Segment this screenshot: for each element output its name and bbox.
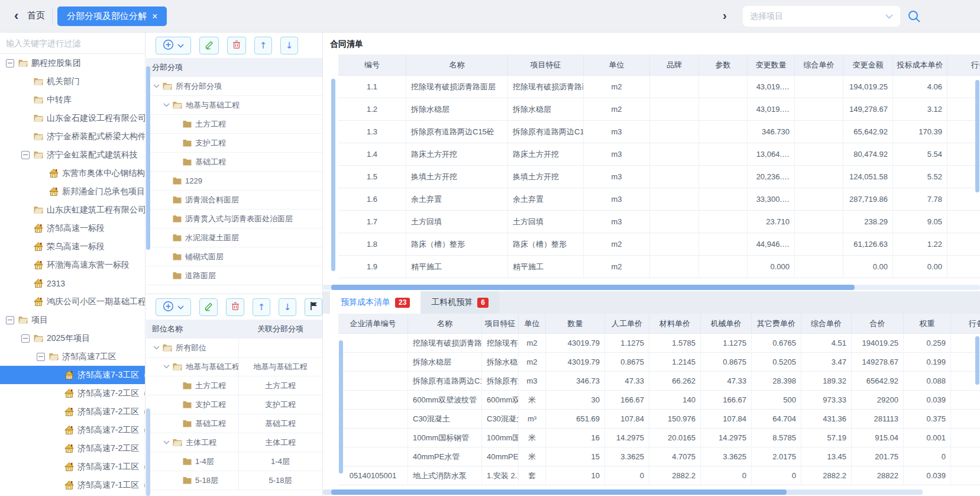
parts-table-row[interactable]: 支护工程支护工程 [146, 395, 322, 414]
column-header[interactable]: 行备注 [951, 314, 980, 334]
table-row[interactable]: 1.3拆除原有道路两边C15砼拆除原有道路两边C15砼m3346.73065,6… [338, 121, 980, 143]
parts-table-row[interactable]: 5-18层5-18层 [146, 471, 322, 490]
sidebar-tree-item[interactable]: 济宁金虹装配式建筑科技 [0, 146, 145, 164]
contract-left-scrollbar-thumb[interactable] [331, 79, 335, 271]
sidebar-tree-item[interactable]: 荣乌高速一标段 [0, 237, 145, 256]
sidebar-tree-item[interactable]: 新邦涌金门总承包项目 [0, 182, 145, 201]
contract-right-scrollbar-thumb[interactable] [975, 80, 979, 192]
add-button[interactable] [156, 298, 191, 316]
table-row[interactable]: 挖除现有破损沥青路面层挖除现有破损沥青路面层m243019.791.12751.… [338, 334, 980, 353]
move-up-button[interactable]: ↑ [254, 37, 272, 54]
sidebar-tree-item[interactable]: 环渤海高速东营一标段 [0, 256, 145, 274]
parts-scrollbar-thumb[interactable] [146, 408, 150, 496]
flag-button[interactable] [305, 298, 322, 316]
column-header[interactable]: 行备注 [947, 54, 980, 76]
sidebar-tree-item[interactable]: 东营市奥体中心钢结构 [0, 164, 145, 182]
table-row[interactable]: 600mm双壁波纹管600mm双壁波纹管米30166.67140166.6750… [338, 391, 980, 410]
sidebar-tree-item[interactable]: 山东庆虹建筑工程有限公司 [0, 201, 145, 219]
collapse-expander-icon[interactable] [21, 151, 30, 159]
parts-table-row[interactable]: 主体工程主体工程 [146, 433, 322, 452]
sidebar-tree-item[interactable]: 济邹高速7-1工区（ [0, 458, 145, 476]
sidebar-tree-item[interactable]: 鸿庆公司小区一期基础工程 [0, 292, 145, 311]
sidebar-tree-item[interactable]: 山东金石建设工程有限公司 [0, 109, 145, 127]
search-icon[interactable] [907, 9, 921, 25]
budget-hscroll-thumb[interactable] [331, 489, 787, 495]
column-header[interactable]: 名称 [408, 314, 482, 334]
contract-hscroll-thumb[interactable] [331, 285, 855, 290]
sidebar-tree-item[interactable]: 济邹高速7-2工区（ [0, 402, 145, 421]
collapse-expander-icon[interactable] [21, 334, 30, 343]
table-row[interactable]: 1.8路床（槽）整形路床（槽）整形m244,946.…61,126.631.22 [338, 233, 980, 256]
project-select[interactable]: 选择项目 [743, 6, 900, 27]
tab-budget-cost-list[interactable]: 预算成本清单23 [330, 291, 421, 314]
column-header[interactable]: 名称 [406, 54, 508, 76]
parts-table-row[interactable]: 土方工程土方工程 [146, 376, 322, 395]
chevron-down-icon[interactable] [163, 440, 170, 445]
tab-home[interactable]: 首页 [27, 10, 45, 21]
column-header[interactable]: 编号 [338, 54, 406, 76]
division-tree-item[interactable]: 沥青混合料面层 [146, 191, 322, 210]
chevron-down-icon[interactable] [153, 84, 160, 88]
delete-button[interactable] [226, 298, 244, 316]
division-tree-item[interactable]: 土方工程 [146, 115, 322, 134]
back-icon[interactable]: ‹ [14, 8, 18, 24]
table-row[interactable]: 1.1挖除现有破损沥青路面层挖除现有破损沥青路面层m243,019.…194,0… [338, 76, 980, 98]
sidebar-tree-item[interactable]: 济邹高速一标段 [0, 219, 145, 237]
delete-button[interactable] [227, 37, 246, 54]
table-row[interactable]: 1.2拆除水稳层拆除水稳层m243,019.…149,278.673.12 [338, 98, 980, 121]
column-header[interactable]: 综合单价 [795, 54, 843, 76]
division-tree-item[interactable]: 支护工程 [146, 134, 322, 153]
table-row[interactable]: 1.7土方回填土方回填m323.710238.299.05 [338, 211, 980, 233]
column-header[interactable]: 单位 [519, 314, 546, 334]
sidebar-tree-item[interactable]: 济宁金桥装配式桥梁大构件 [0, 127, 145, 146]
column-header[interactable]: 材料单价 [649, 314, 701, 334]
table-row[interactable]: 1.6余土弃置余土弃置m333,300.…287,719.867.78 [338, 188, 980, 211]
budget-right-scrollbar-thumb[interactable] [975, 336, 979, 385]
tab-active-division-breakdown[interactable]: 分部分项及部位分解 × [57, 7, 167, 26]
edit-button[interactable] [199, 298, 218, 316]
column-header[interactable]: 项目特征 [482, 314, 519, 334]
forward-icon[interactable]: › [723, 9, 727, 22]
column-header[interactable]: 综合单价 [801, 314, 852, 334]
column-header[interactable]: 数量 [546, 314, 605, 334]
sidebar-tree-item[interactable]: 鹏程控股集团 [0, 54, 145, 72]
division-tree-item[interactable]: 沥青贯入式与沥青表面处治面层 [146, 210, 322, 228]
division-tree-item[interactable]: 水泥混凝土面层 [146, 228, 322, 247]
sidebar-tree-item[interactable]: 2313 [0, 274, 145, 292]
table-row[interactable]: 40mmPE水管40mmPE水管米153.36254.70753.36252.0… [338, 447, 980, 466]
column-header[interactable]: 企业清单编号 [338, 314, 408, 334]
table-row[interactable]: 拆除水稳层拆除水稳层m243019.790.86751.21450.86750.… [338, 353, 980, 372]
sidebar-tree-item[interactable]: 机关部门 [0, 72, 145, 91]
division-tree-item[interactable]: 1229 [146, 172, 322, 191]
sidebar-tree-item[interactable]: 项目 [0, 311, 145, 329]
move-down-button[interactable]: ↓ [279, 298, 296, 316]
division-tree-item[interactable]: 所有分部分项 [146, 77, 322, 96]
table-row[interactable]: 1.9精平施工精平施工m20.0000.000.00 [338, 256, 980, 278]
column-header[interactable]: 变更金额 [843, 54, 893, 76]
parts-table-row[interactable]: 1-4层1-4层 [146, 452, 322, 471]
column-header[interactable]: 其它费单价 [752, 314, 801, 334]
column-header[interactable]: 变更数量 [748, 54, 795, 76]
move-down-button[interactable]: ↓ [280, 37, 298, 54]
division-tree-item[interactable]: 道路面层 [146, 266, 322, 285]
division-tree-item[interactable]: 地基与基础工程 [146, 96, 322, 115]
column-header[interactable]: 项目特征 [508, 54, 584, 76]
table-row[interactable]: 1.4路床土方开挖路床土方开挖m313,064.…80,474.925.54 [338, 143, 980, 166]
table-row[interactable]: 拆除原有道路两边C15砼拆除原有道路两边C15砼m3346.7347.3366.… [338, 372, 980, 391]
division-tree-item[interactable]: 基础工程 [146, 153, 322, 172]
sidebar-tree-item[interactable]: 济邹高速7-1工区（ [0, 476, 145, 494]
parts-table-row[interactable]: 所有部位 [146, 339, 322, 357]
sidebar-tree-item[interactable]: 2025年项目 [0, 329, 145, 347]
column-header[interactable]: 单位 [584, 54, 650, 76]
edit-button[interactable] [199, 37, 219, 54]
sidebar-tree-item[interactable]: 济邹高速7-2工区 [0, 439, 145, 458]
sidebar-tree-item[interactable]: 济邹高速7-3工区（ [0, 366, 145, 384]
chevron-down-icon[interactable] [153, 346, 160, 350]
table-row[interactable]: 1.5换填土方开挖换填土方开挖m320,236.…124,051.585.52 [338, 166, 980, 188]
column-header[interactable]: 机械单价 [701, 314, 752, 334]
column-header[interactable]: 投标成本单价 [893, 54, 947, 76]
sidebar-tree-item[interactable]: 中转库 [0, 91, 145, 109]
division-tree-item[interactable]: 铺砌式面层 [146, 247, 322, 266]
parts-table-row[interactable]: 基础工程基础工程 [146, 414, 322, 433]
collapse-expander-icon[interactable] [37, 353, 45, 361]
